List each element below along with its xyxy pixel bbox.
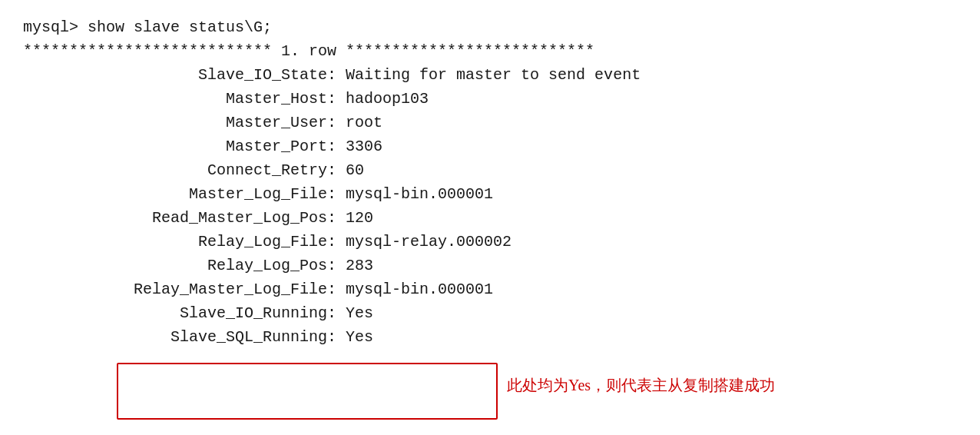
field-line-10: Slave_IO_Running: Yes	[23, 301, 957, 325]
field-line-0: Slave_IO_State: Waiting for master to se…	[23, 63, 957, 87]
field-line-9: Relay_Master_Log_File: mysql-bin.000001	[23, 277, 957, 301]
field-line-4: Connect_Retry: 60	[23, 158, 957, 182]
highlight-box	[117, 363, 498, 420]
field-line-11: Slave_SQL_Running: Yes	[23, 325, 957, 349]
field-line-3: Master_Port: 3306	[23, 134, 957, 158]
field-line-1: Master_Host: hadoop103	[23, 87, 957, 111]
field-line-2: Master_User: root	[23, 111, 957, 134]
field-line-7: Relay_Log_File: mysql-relay.000002	[23, 230, 957, 254]
fields-container: Slave_IO_State: Waiting for master to se…	[23, 63, 957, 349]
field-line-8: Relay_Log_Pos: 283	[23, 254, 957, 277]
terminal-container: mysql> show slave status\G; ************…	[0, 0, 980, 435]
field-line-5: Master_Log_File: mysql-bin.000001	[23, 182, 957, 206]
separator-line: *************************** 1. row *****…	[23, 39, 957, 63]
prompt-line: mysql> show slave status\G;	[23, 15, 957, 39]
field-line-6: Read_Master_Log_Pos: 120	[23, 206, 957, 230]
annotation-text: 此处均为Yes，则代表主从复制搭建成功	[507, 375, 775, 396]
